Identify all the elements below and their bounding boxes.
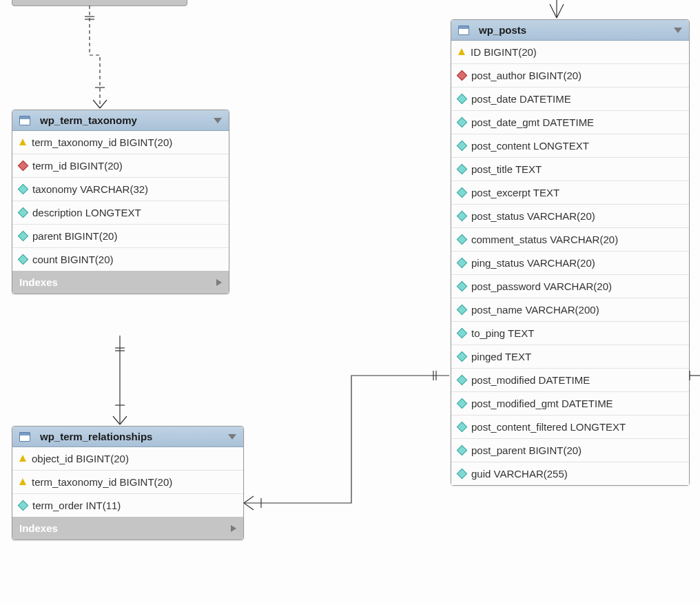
column-label: term_taxonomy_id BIGINT(20) (32, 136, 172, 148)
column-label: term_id BIGINT(20) (32, 160, 123, 172)
column-row[interactable]: term_taxonomy_id BIGINT(20) (12, 131, 229, 154)
column-icon (457, 445, 468, 456)
column-row[interactable]: post_content LONGTEXT (451, 134, 689, 158)
expand-icon[interactable] (231, 525, 236, 532)
column-label: post_parent BIGINT(20) (471, 444, 581, 456)
table-icon (19, 116, 30, 125)
column-icon (457, 328, 468, 339)
column-icon (457, 281, 468, 292)
table-header[interactable]: wp_posts (451, 20, 689, 41)
indexes-row[interactable]: Indexes (12, 517, 243, 540)
column-label: post_modified DATETIME (471, 374, 590, 386)
column-label: post_modified_gmt DATETIME (471, 398, 613, 409)
column-row[interactable]: post_excerpt TEXT (451, 181, 689, 205)
column-label: post_password VARCHAR(20) (471, 280, 612, 292)
table-icon (458, 25, 469, 35)
column-row[interactable]: ping_status VARCHAR(20) (451, 252, 689, 275)
column-icon (457, 141, 468, 152)
column-icon (457, 375, 468, 386)
column-icon (457, 422, 468, 433)
column-label: post_name VARCHAR(200) (471, 304, 599, 316)
table-title: wp_term_taxonomy (40, 114, 214, 126)
column-row[interactable]: post_content_filtered LONGTEXT (451, 416, 689, 439)
table-wp-term-taxonomy[interactable]: wp_term_taxonomy term_taxonomy_id BIGINT… (12, 110, 229, 294)
column-row[interactable]: term_id BIGINT(20) (12, 154, 229, 178)
column-row[interactable]: to_ping TEXT (451, 322, 689, 345)
column-label: ping_status VARCHAR(20) (471, 257, 595, 269)
column-icon (18, 231, 29, 242)
column-icon (457, 305, 468, 316)
indexes-label: Indexes (19, 276, 58, 288)
column-row[interactable]: ID BIGINT(20) (451, 41, 689, 64)
column-row[interactable]: post_password VARCHAR(20) (451, 275, 689, 298)
column-row[interactable]: object_id BIGINT(20) (12, 447, 243, 471)
indexes-row[interactable]: Indexes (12, 271, 229, 294)
indexes-label: Indexes (19, 522, 58, 534)
column-row[interactable]: post_author BIGINT(20) (451, 64, 689, 88)
column-label: count BIGINT(20) (32, 254, 114, 265)
column-icon (457, 94, 468, 105)
column-row[interactable]: comment_status VARCHAR(20) (451, 228, 689, 252)
column-icon (457, 469, 468, 480)
column-label: term_order INT(11) (32, 500, 121, 511)
indexed-column-icon (457, 70, 468, 81)
table-header[interactable]: wp_term_taxonomy (12, 110, 229, 131)
column-icon (457, 234, 468, 245)
column-label: post_status VARCHAR(20) (471, 210, 595, 222)
column-label: comment_status VARCHAR(20) (471, 234, 618, 245)
column-row[interactable]: description LONGTEXT (12, 201, 229, 225)
primary-key-icon (19, 139, 26, 145)
column-icon (457, 164, 468, 175)
expand-icon[interactable] (216, 279, 222, 286)
table-wp-posts[interactable]: wp_posts ID BIGINT(20)post_author BIGINT… (451, 19, 690, 486)
column-row[interactable]: post_title TEXT (451, 158, 689, 181)
column-label: post_title TEXT (471, 163, 542, 175)
column-label: parent BIGINT(20) (32, 230, 117, 242)
column-icon (18, 500, 29, 511)
column-row[interactable]: term_taxonomy_id BIGINT(20) (12, 471, 243, 494)
column-row[interactable]: post_date DATETIME (451, 88, 689, 111)
column-row[interactable]: term_order INT(11) (12, 494, 243, 517)
collapse-icon[interactable] (674, 28, 682, 33)
column-row[interactable]: post_modified DATETIME (451, 369, 689, 392)
column-label: ID BIGINT(20) (471, 46, 537, 58)
column-row[interactable]: post_name VARCHAR(200) (451, 298, 689, 322)
column-label: taxonomy VARCHAR(32) (32, 183, 148, 195)
column-row[interactable]: post_parent BIGINT(20) (451, 439, 689, 462)
collapse-icon[interactable] (214, 118, 222, 123)
column-label: post_content LONGTEXT (471, 140, 589, 152)
primary-key-icon (19, 478, 26, 485)
column-row[interactable]: post_modified_gmt DATETIME (451, 392, 689, 416)
column-label: pinged TEXT (471, 351, 531, 362)
primary-key-icon (458, 48, 465, 55)
column-row[interactable]: taxonomy VARCHAR(32) (12, 178, 229, 201)
column-icon (457, 258, 468, 269)
column-row[interactable]: post_status VARCHAR(20) (451, 205, 689, 228)
column-label: post_date_gmt DATETIME (471, 116, 594, 128)
column-row[interactable]: parent BIGINT(20) (12, 225, 229, 248)
column-row[interactable]: pinged TEXT (451, 345, 689, 369)
column-icon (18, 254, 29, 265)
column-label: term_taxonomy_id BIGINT(20) (32, 476, 172, 488)
column-row[interactable]: post_date_gmt DATETIME (451, 111, 689, 134)
table-header[interactable]: wp_term_relationships (12, 427, 243, 447)
column-label: guid VARCHAR(255) (471, 468, 568, 480)
column-icon (457, 211, 468, 222)
table-title: wp_term_relationships (40, 431, 228, 442)
indexed-column-icon (18, 161, 29, 172)
column-label: object_id BIGINT(20) (32, 453, 129, 464)
partial-table-top (12, 0, 187, 6)
column-row[interactable]: guid VARCHAR(255) (451, 462, 689, 485)
collapse-icon[interactable] (228, 434, 236, 440)
column-icon (18, 184, 29, 195)
primary-key-icon (19, 455, 26, 462)
column-label: post_author BIGINT(20) (471, 70, 581, 81)
table-wp-term-relationships[interactable]: wp_term_relationships object_id BIGINT(2… (12, 426, 244, 540)
column-label: post_date DATETIME (471, 93, 571, 105)
column-icon (457, 187, 468, 198)
column-label: post_content_filtered LONGTEXT (471, 421, 626, 433)
table-icon (19, 432, 30, 442)
column-row[interactable]: count BIGINT(20) (12, 248, 229, 271)
column-icon (457, 398, 468, 409)
column-icon (457, 351, 468, 362)
